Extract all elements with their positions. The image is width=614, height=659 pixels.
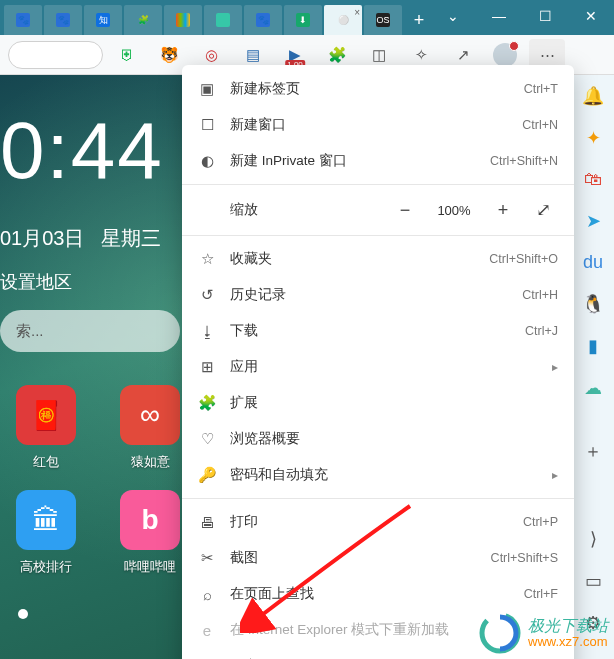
search-input[interactable]: 索... <box>0 310 180 352</box>
telegram-icon[interactable]: ➤ <box>581 210 605 232</box>
menu-zoom-row: 缩放 − 100% + ⤢ <box>182 190 574 230</box>
qq-icon[interactable]: 🐧 <box>581 293 605 315</box>
tab-actions-button[interactable]: ⌄ <box>430 0 476 32</box>
hide-sidebar-icon[interactable]: ⟩ <box>581 528 605 550</box>
find-icon: ⌕ <box>198 586 216 603</box>
sidebar-toggle-icon[interactable]: ▭ <box>581 570 605 592</box>
zoom-value: 100% <box>430 203 478 218</box>
menu-print[interactable]: 🖶打印Ctrl+P <box>182 504 574 540</box>
clock: 0:44 <box>0 105 164 197</box>
download-icon: ⭳ <box>198 323 216 340</box>
menu-separator <box>182 498 574 499</box>
bell-icon[interactable]: 🔔 <box>581 85 605 107</box>
print-icon: 🖶 <box>198 514 216 531</box>
quicklink-tile[interactable]: 🏛高校排行 <box>12 490 80 576</box>
zoom-label: 缩放 <box>198 201 380 219</box>
menu-find[interactable]: ⌕在页面上查找Ctrl+F <box>182 576 574 612</box>
weekday: 星期三 <box>101 227 161 249</box>
location-label[interactable]: 设置地区 <box>0 270 72 294</box>
tab-strip: 🐾 🐾 知 🧩 🐾 ⬇ ⚪× OS + <box>0 0 434 35</box>
tab-active[interactable]: ⚪× <box>324 5 362 35</box>
menu-separator <box>182 235 574 236</box>
zoom-in-button[interactable]: + <box>488 195 518 225</box>
zoom-out-button[interactable]: − <box>390 195 420 225</box>
date-weekday: 01月03日 星期三 <box>0 225 161 252</box>
inprivate-icon: ◐ <box>198 152 216 170</box>
quicklink-tile[interactable]: b哔哩哔哩 <box>116 490 184 576</box>
watermark-url: www.xz7.com <box>528 634 608 649</box>
menu-screenshot[interactable]: ✂截图Ctrl+Shift+S <box>182 540 574 576</box>
tab[interactable]: 知 <box>84 5 122 35</box>
window-maximize[interactable]: ☐ <box>522 0 568 32</box>
history-icon: ↺ <box>198 286 216 304</box>
menu-separator <box>182 184 574 185</box>
tile-label: 高校排行 <box>12 558 80 576</box>
ie-icon: e <box>198 622 216 639</box>
menu-apps[interactable]: ⊞应用▸ <box>182 349 574 385</box>
star-icon: ☆ <box>198 250 216 268</box>
window-controls: ⌄ — ☐ ✕ <box>430 0 614 32</box>
key-icon: 🔑 <box>198 466 216 484</box>
tab[interactable] <box>164 5 202 35</box>
menu-browser-essentials[interactable]: ♡浏览器概要 <box>182 421 574 457</box>
new-window-icon: ☐ <box>198 116 216 134</box>
address-bar[interactable] <box>8 41 103 69</box>
title-bar: 🐾 🐾 知 🧩 🐾 ⬇ ⚪× OS + ⌄ — ☐ ✕ <box>0 0 614 35</box>
quicklink-row: 🧧红包 ∞猿如意 <box>12 385 184 471</box>
new-tab-icon: ▣ <box>198 80 216 98</box>
watermark-text: 极光下载站 <box>528 617 608 635</box>
screenshot-icon: ✂ <box>198 549 216 567</box>
chevron-right-icon: ▸ <box>552 360 558 374</box>
watermark-logo <box>478 611 522 655</box>
fullscreen-button[interactable]: ⤢ <box>528 195 558 225</box>
menu-new-window[interactable]: ☐新建窗口Ctrl+N <box>182 107 574 143</box>
heart-icon: ♡ <box>198 430 216 448</box>
tab[interactable]: 🐾 <box>244 5 282 35</box>
search-placeholder: 索... <box>16 322 44 341</box>
tab[interactable]: 🐾 <box>44 5 82 35</box>
baidu-icon[interactable]: du <box>581 252 605 273</box>
reward-icon[interactable]: 🐯 <box>151 39 187 71</box>
chevron-right-icon: ▸ <box>552 468 558 482</box>
tab[interactable]: 🧩 <box>124 5 162 35</box>
shield-icon[interactable]: ⛨ <box>109 39 145 71</box>
tab[interactable]: OS <box>364 5 402 35</box>
page-indicator <box>18 609 28 619</box>
tab[interactable] <box>204 5 242 35</box>
tab[interactable]: ⬇ <box>284 5 322 35</box>
tile-label: 猿如意 <box>116 453 184 471</box>
settings-and-more-menu: ▣新建标签页Ctrl+T ☐新建窗口Ctrl+N ◐新建 InPrivate 窗… <box>182 65 574 659</box>
apps-icon: ⊞ <box>198 358 216 376</box>
menu-new-inprivate[interactable]: ◐新建 InPrivate 窗口Ctrl+Shift+N <box>182 143 574 179</box>
tile-label: 红包 <box>12 453 80 471</box>
window-close[interactable]: ✕ <box>568 0 614 32</box>
menu-history[interactable]: ↺历史记录Ctrl+H <box>182 277 574 313</box>
sparkle-icon[interactable]: ✦ <box>581 127 605 149</box>
quicklink-tile[interactable]: 🧧红包 <box>12 385 80 471</box>
window-minimize[interactable]: — <box>476 0 522 32</box>
add-icon[interactable]: ＋ <box>581 439 605 463</box>
cloud-icon[interactable]: ☁ <box>581 377 605 399</box>
quicklink-row: 🏛高校排行 b哔哩哔哩 <box>12 490 184 576</box>
menu-favorites[interactable]: ☆收藏夹Ctrl+Shift+O <box>182 241 574 277</box>
tile-label: 哔哩哔哩 <box>116 558 184 576</box>
shopping-icon[interactable]: 🛍 <box>581 169 605 190</box>
date: 01月03日 <box>0 227 85 249</box>
menu-new-tab[interactable]: ▣新建标签页Ctrl+T <box>182 71 574 107</box>
app-icon[interactable]: ▮ <box>581 335 605 357</box>
edge-sidebar: 🔔 ✦ 🛍 ➤ du 🐧 ▮ ☁ ＋ ⟩ ▭ ⚙ <box>572 75 614 659</box>
menu-passwords[interactable]: 🔑密码和自动填充▸ <box>182 457 574 493</box>
menu-downloads[interactable]: ⭳下载Ctrl+J <box>182 313 574 349</box>
watermark: 极光下载站 www.xz7.com <box>478 611 608 655</box>
extensions-icon: 🧩 <box>198 394 216 412</box>
quicklink-tile[interactable]: ∞猿如意 <box>116 385 184 471</box>
menu-extensions[interactable]: 🧩扩展 <box>182 385 574 421</box>
tab[interactable]: 🐾 <box>4 5 42 35</box>
close-icon[interactable]: × <box>354 7 360 18</box>
